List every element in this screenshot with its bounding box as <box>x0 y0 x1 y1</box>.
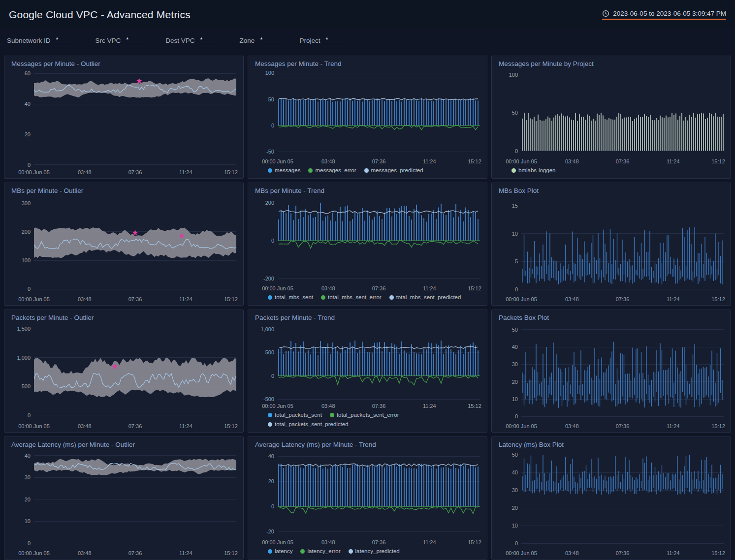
dest-vpc-input[interactable]: * <box>199 36 222 45</box>
panel-title[interactable]: Packets Box Plot <box>499 313 724 322</box>
chart-canvas[interactable] <box>278 451 480 538</box>
time-range-picker[interactable]: 2023-06-05 to 2023-06-05 3:09:47 PM <box>602 10 726 20</box>
y-axis: 01020304050 <box>499 451 521 549</box>
panel-title[interactable]: Messages per Minute - Outlier <box>11 60 236 68</box>
y-tick-label: 1,500 <box>17 326 31 332</box>
plot-area[interactable] <box>278 197 480 284</box>
project-input[interactable]: * <box>324 36 347 45</box>
chart-canvas[interactable] <box>278 197 480 284</box>
x-tick-label: 15:12 <box>224 296 238 302</box>
x-axis: 00:00 Jun 0503:4807:3611:2415:12 <box>521 157 724 165</box>
legend-series-dot <box>321 295 325 300</box>
panel-title[interactable]: Packets per Minute - Trend <box>255 313 480 322</box>
y-tick-label: 40 <box>25 101 31 107</box>
x-tick-label: 00:00 Jun 05 <box>262 285 293 291</box>
x-axis: 00:00 Jun 0503:4807:3611:2415:12 <box>278 157 480 165</box>
x-tick-label: 03:48 <box>321 539 335 545</box>
plot-area[interactable] <box>521 324 724 422</box>
legend-item[interactable]: bmlabs-loggen <box>511 166 555 175</box>
chart-canvas[interactable] <box>34 324 236 422</box>
plot-area[interactable] <box>34 324 236 422</box>
panel-title[interactable]: MBs Box Plot <box>499 187 724 195</box>
legend-item[interactable]: messages <box>268 166 300 175</box>
y-tick-label: 100 <box>509 72 518 78</box>
y-tick-label: 1,000 <box>17 355 31 361</box>
subnetwork-id-input[interactable]: * <box>55 36 78 45</box>
legend-series-dot <box>268 295 272 300</box>
plot-area[interactable] <box>34 451 236 549</box>
legend-item[interactable]: messages_error <box>308 166 356 175</box>
chart-canvas[interactable] <box>34 451 236 549</box>
x-tick-label: 11:24 <box>667 550 680 556</box>
chart-canvas[interactable] <box>278 70 480 157</box>
legend-item[interactable]: total_mbs_sent_predicted <box>389 293 461 302</box>
y-axis: 0204060 <box>11 70 34 168</box>
legend-item[interactable]: latency_predicted <box>349 547 400 556</box>
panel-title[interactable]: Packets per Minute - Outlier <box>11 313 236 322</box>
plot-area[interactable] <box>521 70 724 157</box>
legend-series-label: latency_predicted <box>355 547 400 556</box>
panel-title[interactable]: MBs per Minute - Outlier <box>11 187 236 195</box>
x-tick-label: 15:12 <box>711 158 725 164</box>
legend-item[interactable]: latency_error <box>300 547 340 556</box>
x-tick-label: 07:36 <box>128 169 142 175</box>
x-axis: 00:00 Jun 0503:4807:3611:2415:12 <box>34 168 236 176</box>
y-axis: -50050100 <box>255 70 278 157</box>
zone-input[interactable]: * <box>259 36 282 45</box>
x-axis: 00:00 Jun 0503:4807:3611:2415:12 <box>278 538 480 546</box>
y-tick-label: 0 <box>515 413 518 419</box>
chart: -50005001,000 00:00 Jun 0503:4807:3611:2… <box>255 324 480 410</box>
plot-area[interactable] <box>278 451 480 538</box>
chart-canvas[interactable] <box>521 451 724 549</box>
chart-canvas[interactable] <box>34 197 236 295</box>
x-tick-label: 03:48 <box>565 158 579 164</box>
chart-canvas[interactable] <box>34 70 236 168</box>
clock-icon <box>602 10 609 17</box>
y-tick-label: -50 <box>266 149 274 155</box>
panel-title[interactable]: Messages per Minute by Project <box>499 60 724 68</box>
filter-project: Project * <box>299 36 347 45</box>
y-tick-label: 40 <box>25 453 31 459</box>
legend-item[interactable]: latency <box>268 547 292 556</box>
filter-label: Zone <box>240 37 255 45</box>
panel-title[interactable]: Average Latency (ms) per Minute - Trend <box>255 440 480 449</box>
legend-series-label: total_mbs_sent_predicted <box>396 293 461 302</box>
plot-area[interactable] <box>34 197 236 295</box>
src-vpc-input[interactable]: * <box>125 36 148 45</box>
panel-title[interactable]: Latency (ms) Box Plot <box>499 440 724 449</box>
panel-title[interactable]: Messages per Minute - Trend <box>255 60 480 68</box>
y-tick-label: 200 <box>22 229 31 235</box>
legend-series-dot <box>330 413 334 417</box>
y-tick-label: 0 <box>515 540 518 546</box>
plot-area[interactable] <box>278 324 480 402</box>
x-tick-label: 11:24 <box>423 403 436 409</box>
plot-area[interactable] <box>34 70 236 168</box>
plot-area[interactable] <box>521 197 724 295</box>
legend-item[interactable]: total_packets_sent_error <box>330 410 399 420</box>
chart-canvas[interactable] <box>278 324 480 402</box>
chart-canvas[interactable] <box>521 324 724 422</box>
x-tick-label: 00:00 Jun 05 <box>262 403 293 409</box>
panel-messages-per-minute-outlier: Messages per Minute - Outlier 0204060 00… <box>4 56 244 179</box>
panel-mbs-per-minute-trend: MBs per Minute - Trend -2000200 00:00 Ju… <box>248 183 487 306</box>
x-tick-label: 11:24 <box>667 423 680 429</box>
y-axis: -2000200 <box>255 197 278 284</box>
legend-series-label: messages_predicted <box>371 166 423 175</box>
legend-item[interactable]: messages_predicted <box>364 166 423 175</box>
legend-series-label: total_mbs_sent_error <box>328 293 382 302</box>
y-tick-label: 10 <box>512 523 518 529</box>
legend-item[interactable]: total_mbs_sent_error <box>321 293 382 302</box>
legend-item[interactable]: total_mbs_sent <box>268 293 313 302</box>
x-tick-label: 11:24 <box>423 285 436 291</box>
chart-canvas[interactable] <box>521 70 724 157</box>
y-tick-label: 30 <box>512 361 518 367</box>
panel-title[interactable]: MBs per Minute - Trend <box>255 187 480 195</box>
filter-label: Subnetwork ID <box>7 37 51 45</box>
plot-area[interactable] <box>278 70 480 157</box>
legend-item[interactable]: total_packets_sent_predicted <box>268 420 349 429</box>
plot-area[interactable] <box>521 451 724 549</box>
x-tick-label: 03:48 <box>321 285 335 291</box>
legend-item[interactable]: total_packets_sent <box>268 410 322 420</box>
chart-canvas[interactable] <box>521 197 724 295</box>
panel-title[interactable]: Average Latency (ms) per Minute - Outlie… <box>11 440 236 449</box>
